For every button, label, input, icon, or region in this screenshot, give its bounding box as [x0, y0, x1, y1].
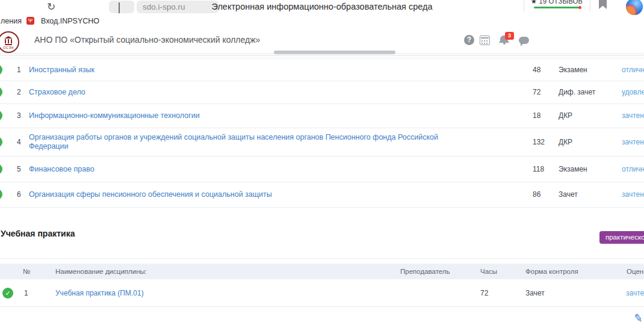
control-form: ДКР — [559, 111, 572, 120]
reviews-underline — [534, 7, 580, 8]
bookmark-item-vhod-inpsycho[interactable]: Вход.INPSYCHO — [41, 17, 99, 25]
practice-badge: практическое — [599, 231, 644, 244]
discipline-link[interactable]: Финансовое право — [29, 164, 94, 173]
control-form: Экзамен — [559, 165, 587, 173]
hours-value: 118 — [533, 165, 544, 173]
practice-table-header: № Наименование дисциплины: Преподаватель… — [0, 264, 644, 279]
hours-value: 86 — [533, 190, 540, 199]
hours-value: 132 — [533, 138, 545, 146]
logo-seal: ОСЭК — [0, 31, 19, 53]
completed-check-icon: ✓ — [0, 87, 2, 98]
completed-check-icon: ✓ — [0, 189, 2, 200]
row-number: 1 — [24, 289, 28, 297]
edit-fab-icon[interactable]: ✎ — [633, 311, 644, 322]
logo-caption: ОСЭК — [0, 46, 18, 49]
col-header-name: Наименование дисциплины: — [55, 268, 147, 275]
col-header-num: № — [23, 268, 30, 275]
bookmarks-bar: ления Ψ Вход.INPSYCHO — [0, 16, 644, 27]
practice-row-1: ✓ 1 Учебная практика (ПМ.01) 72 Зачет за… — [0, 279, 644, 307]
grades-row-6: ✓ 6 Организация сферы пенсионного обеспе… — [0, 182, 644, 208]
row-number: 6 — [17, 190, 21, 199]
profile-avatar[interactable] — [626, 0, 643, 15]
grade-link[interactable]: зачтено — [622, 111, 644, 120]
reviews-label: 19 ОТЗЫВОВ — [539, 0, 583, 5]
browser-window: ↻ sdo.i-spo.ru Электронная информационно… — [0, 0, 644, 322]
col-header-control: Форма контроля — [525, 268, 578, 275]
toolbar-divider — [524, 0, 524, 12]
control-form: ДКР — [559, 138, 572, 146]
control-form: Зачет — [525, 289, 545, 297]
grade-link[interactable]: отлично — [622, 66, 644, 74]
col-header-grade: Оценка — [627, 268, 644, 275]
table-top-border — [0, 258, 644, 259]
reviews-dot — [578, 6, 581, 9]
col-header-teacher: Преподаватель — [400, 268, 450, 275]
discipline-link[interactable]: Организация работы органов и учреждений … — [29, 133, 450, 151]
college-name: АНО ПО «Открытый социально-экономический… — [34, 35, 260, 45]
bookmark-favicon-icon: Ψ — [26, 17, 34, 25]
completed-check-icon: ✓ — [0, 164, 2, 175]
discipline-link[interactable]: Страховое дело — [29, 87, 85, 96]
bookmark-item-truncated[interactable]: ления — [1, 17, 22, 25]
completed-check-icon: ✓ — [0, 64, 2, 75]
help-icon[interactable]: ? — [464, 35, 474, 45]
section-title-practice: Учебная практика — [1, 229, 75, 238]
notifications-bell-icon[interactable]: 3 — [500, 35, 510, 46]
calendar-icon[interactable] — [480, 36, 490, 45]
grade-link[interactable]: отлично — [622, 165, 644, 173]
grades-row-2: ✓ 2 Страховое дело 72 Диф. зачет удовлет… — [0, 80, 644, 104]
grade-link[interactable]: удовлетворительно — [622, 88, 644, 96]
control-form: Зачет — [559, 190, 578, 199]
grade-link[interactable]: зачтено — [622, 190, 644, 199]
row-number: 5 — [17, 165, 21, 173]
browser-titlebar: ↻ sdo.i-spo.ru Электронная информационно… — [0, 0, 644, 16]
college-logo[interactable]: ОСЭК — [0, 31, 20, 54]
hours-value: 18 — [533, 111, 540, 120]
discipline-link[interactable]: Иностранный язык — [29, 65, 94, 74]
col-header-hours: Часы — [480, 268, 497, 275]
grades-row-1: ✓ 1 Иностранный язык 48 Экзамен отлично — [0, 58, 644, 81]
discipline-link[interactable]: Информационно-коммуникационные технологи… — [29, 111, 200, 120]
grade-link[interactable]: зачтено — [622, 138, 644, 146]
grades-row-4: ✓ 4 Организация работы органов и учрежде… — [0, 128, 644, 156]
grades-row-3: ✓ 3 Информационно-коммуникационные техно… — [0, 104, 644, 128]
row-number: 2 — [17, 88, 21, 96]
discipline-link[interactable]: Организация сферы пенсионного обеспечени… — [29, 190, 272, 199]
hours-value: 48 — [533, 66, 540, 74]
completed-check-icon: ✓ — [0, 110, 2, 121]
hours-value: 72 — [533, 88, 540, 96]
reviews-button[interactable]: ★ 19 ОТЗЫВОВ — [531, 0, 584, 10]
star-icon: ★ — [531, 0, 537, 5]
grade-link[interactable]: зачтено — [626, 289, 644, 297]
toolbar-divider — [590, 0, 590, 12]
completed-check-icon: ✓ — [2, 288, 13, 299]
notification-badge: 3 — [505, 32, 514, 40]
completed-check-icon: ✓ — [0, 137, 2, 147]
hours-value: 72 — [480, 289, 488, 297]
control-form: Диф. зачет — [559, 88, 595, 96]
row-number: 4 — [17, 138, 21, 146]
practice-discipline-link[interactable]: Учебная практика (ПМ.01) — [55, 289, 144, 297]
row-number: 3 — [17, 111, 21, 120]
horizontal-scrollbar-thumb[interactable] — [274, 51, 395, 54]
control-form: Экзамен — [559, 66, 587, 74]
row-number: 1 — [17, 66, 21, 74]
messages-icon[interactable] — [519, 37, 529, 44]
grades-row-5: ✓ 5 Финансовое право 118 Экзамен отлично — [0, 156, 644, 182]
